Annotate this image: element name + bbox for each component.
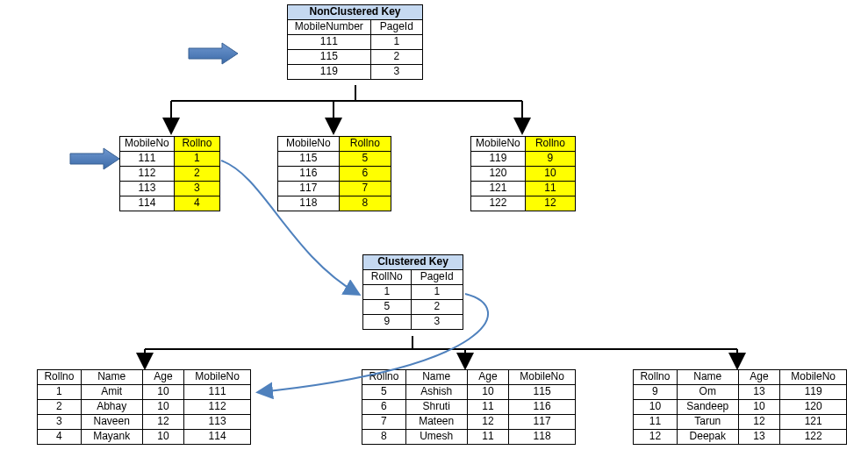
data-page-1: Rollno Name Age MobileNo 1Amit10111 2Abh… xyxy=(37,369,251,445)
nonclustered-key-table: NonClustered Key MobileNumber PageId 111… xyxy=(287,4,423,80)
clustered-key-title: Clustered Key xyxy=(363,255,463,270)
callout-arrow-icon xyxy=(189,43,238,64)
nc-leaf-page-3: MobileNo Rollno 1199 12010 12111 12212 xyxy=(470,136,576,211)
col-mobilenumber: MobileNumber xyxy=(288,20,371,35)
callout-arrow-icon xyxy=(70,148,119,169)
clustered-key-table: Clustered Key RollNo PageId 11 52 93 xyxy=(362,254,463,330)
col-rollno: RollNo xyxy=(363,270,412,285)
data-page-3: Rollno Name Age MobileNo 9Om13119 10Sand… xyxy=(633,369,847,445)
col-pageid: PageId xyxy=(370,20,422,35)
col-pageid: PageId xyxy=(411,270,463,285)
nc-leaf-page-1: MobileNo Rollno 1111 1122 1133 1144 xyxy=(119,136,220,211)
data-page-2: Rollno Name Age MobileNo 5Ashish10115 6S… xyxy=(362,369,576,445)
nonclustered-key-title: NonClustered Key xyxy=(288,5,423,20)
col-rollno: Rollno xyxy=(174,137,219,152)
nc-leaf-page-2: MobileNo Rollno 1155 1166 1177 1188 xyxy=(277,136,391,211)
col-mobileno: MobileNo xyxy=(120,137,175,152)
